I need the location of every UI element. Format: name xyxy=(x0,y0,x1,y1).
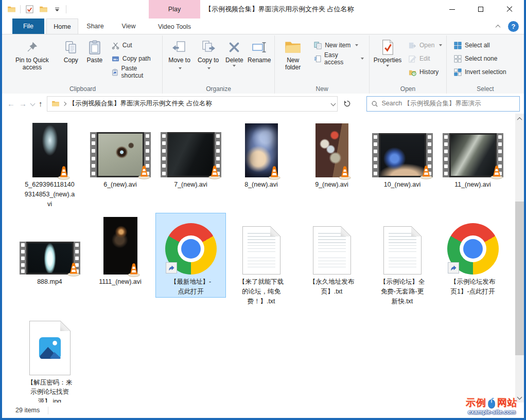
ribbon-group-new: New folder New item Easy access New xyxy=(275,35,370,94)
copy-icon xyxy=(64,38,78,57)
ribbon-group-organize: Move to Copy to Delete xyxy=(163,35,275,94)
file-item[interactable]: 9_(new).avi xyxy=(296,119,367,191)
file-item[interactable]: 1111_(new).avi xyxy=(85,213,155,288)
file-item[interactable]: 【永久地址发布 页】.txt xyxy=(296,213,367,298)
page-fold xyxy=(341,226,351,236)
window-controls xyxy=(437,0,524,19)
tab-share[interactable]: Share xyxy=(78,19,112,34)
back-arrow-icon[interactable]: ← xyxy=(7,99,15,108)
new-folder-button[interactable]: New folder xyxy=(277,36,309,83)
cut-button[interactable]: Cut xyxy=(110,40,159,51)
move-to-icon xyxy=(171,38,187,57)
group-label-select: Select xyxy=(447,85,524,93)
file-item[interactable]: 【示例论坛】全 免费-无套路-更 新快.txt xyxy=(367,213,437,307)
forward-arrow-icon[interactable]: → xyxy=(19,99,27,108)
file-list-area[interactable]: 5_629396118140 9314853_(new).a vi6_(new)… xyxy=(2,114,524,403)
file-item[interactable]: 【解压密码：来 示例论坛找资 源】.jpg xyxy=(14,318,85,403)
item-count: 29 items xyxy=(15,407,40,414)
file-label: 【解压密码：来 示例论坛找资 源】.jpg xyxy=(27,378,73,403)
properties-check-icon[interactable] xyxy=(24,4,34,15)
copy-path-button[interactable]: Copy path xyxy=(110,53,159,64)
file-item[interactable]: 【最新地址】- 点此打开 xyxy=(155,213,226,298)
file-grid-row: 5_629396118140 9314853_(new).a vi6_(new)… xyxy=(14,119,514,210)
paste-shortcut-button[interactable]: Paste shortcut xyxy=(110,66,159,78)
ribbon-tab-row: File Home Share View Video Tools ? xyxy=(2,19,524,34)
text-file-icon xyxy=(313,226,351,275)
select-none-button[interactable]: Select none xyxy=(452,53,509,64)
up-arrow-icon[interactable]: ↑ xyxy=(39,99,43,108)
pin-to-quick-access-button[interactable]: Pin to Quick access xyxy=(5,36,59,83)
ribbon: Pin to Quick access Copy Paste xyxy=(2,34,524,94)
easy-access-button[interactable]: Easy access xyxy=(312,53,366,64)
file-item[interactable]: 6_(new).avi xyxy=(85,119,155,191)
tab-video-tools[interactable]: Video Tools xyxy=(149,19,200,34)
search-input[interactable]: Search 【示例视频合集】界面演示 xyxy=(382,99,516,108)
file-item[interactable]: 7_(new).avi xyxy=(155,119,226,191)
close-button[interactable] xyxy=(495,0,524,19)
file-label: 9_(new).avi xyxy=(315,180,348,190)
copy-to-button[interactable]: Copy to xyxy=(194,36,222,83)
file-label: 8_(new).avi xyxy=(244,180,278,190)
minimize-button[interactable] xyxy=(437,0,466,19)
tab-home[interactable]: Home xyxy=(46,19,78,34)
watermark-text-left: 示例 xyxy=(466,396,486,410)
properties-button[interactable]: Properties xyxy=(372,36,404,83)
copy-button[interactable]: Copy xyxy=(59,36,83,83)
folder-icon[interactable] xyxy=(6,4,16,15)
vertical-scrollbar[interactable] xyxy=(515,114,524,403)
group-label-open: Open xyxy=(370,85,446,93)
move-to-button[interactable]: Move to xyxy=(165,36,194,83)
rename-icon xyxy=(252,38,267,57)
file-label: 11_(new).avi xyxy=(454,180,491,190)
history-icon xyxy=(409,68,416,76)
file-item[interactable]: 888.mp4 xyxy=(14,213,85,288)
recent-locations-chevron-icon[interactable] xyxy=(30,101,36,106)
vlc-cone-icon xyxy=(136,164,152,179)
dropdown-arrow-icon xyxy=(386,65,389,67)
file-item[interactable]: 10_(new).avi xyxy=(367,119,437,191)
dropdown-arrow-icon xyxy=(355,44,358,46)
vlc-cone-icon xyxy=(267,165,282,180)
paste-button[interactable]: Paste xyxy=(83,36,107,83)
refresh-button[interactable] xyxy=(340,96,355,112)
vlc-cone-icon xyxy=(207,164,222,179)
search-box[interactable]: Search 【示例视频合集】界面演示 xyxy=(366,96,520,112)
file-label: 5_629396118140 9314853_(new).a vi xyxy=(25,180,75,209)
address-bar[interactable]: 【示例视频合集】界面演示用示例文件夹 占位名称 xyxy=(47,96,338,112)
file-item[interactable]: 8_(new).avi xyxy=(226,119,296,191)
text-file-icon xyxy=(242,226,280,275)
history-button[interactable]: History xyxy=(407,66,444,78)
page-fold xyxy=(60,321,71,331)
properties-icon xyxy=(380,38,395,57)
address-dropdown-icon[interactable] xyxy=(330,101,336,106)
help-question-icon[interactable]: ? xyxy=(508,21,519,32)
dropdown-arrow-icon xyxy=(439,44,442,46)
quick-access-toolbar xyxy=(6,0,66,19)
maximize-button[interactable] xyxy=(466,0,495,19)
watermark-text-right: 网站 xyxy=(497,396,518,410)
delete-button[interactable]: Delete xyxy=(222,36,246,83)
new-folder-icon xyxy=(284,38,302,57)
file-item[interactable]: 【示例论坛发布 页1】-点此打开 xyxy=(437,213,508,298)
file-grid: 5_629396118140 9314853_(new).a vi6_(new)… xyxy=(14,114,514,403)
minimize-ribbon-icon[interactable] xyxy=(496,25,501,30)
scissors-icon xyxy=(112,42,119,49)
copy-path-icon xyxy=(112,56,119,62)
scrollbar-thumb[interactable] xyxy=(515,202,524,355)
tab-view[interactable]: View xyxy=(112,19,145,34)
folder-icon[interactable] xyxy=(38,4,48,15)
select-none-icon xyxy=(454,55,462,63)
file-item[interactable]: 11_(new).avi xyxy=(437,119,508,191)
file-item[interactable]: 【来了就能下载 的论坛，纯免 费！】.txt xyxy=(226,213,296,307)
page-fold xyxy=(411,226,422,236)
breadcrumb-path[interactable]: 【示例视频合集】界面演示用示例文件夹 占位名称 xyxy=(69,99,328,108)
rename-button[interactable]: Rename xyxy=(246,36,272,83)
tab-file[interactable]: File xyxy=(12,19,44,34)
invert-selection-button[interactable]: Invert selection xyxy=(452,66,509,78)
customize-arrow-icon[interactable] xyxy=(52,4,62,15)
file-item[interactable]: 5_629396118140 9314853_(new).a vi xyxy=(14,119,85,210)
select-all-button[interactable]: Select all xyxy=(452,40,509,51)
filmstrip-edge xyxy=(372,133,379,177)
new-item-button[interactable]: New item xyxy=(312,40,366,51)
scroll-up-icon[interactable] xyxy=(515,115,524,123)
